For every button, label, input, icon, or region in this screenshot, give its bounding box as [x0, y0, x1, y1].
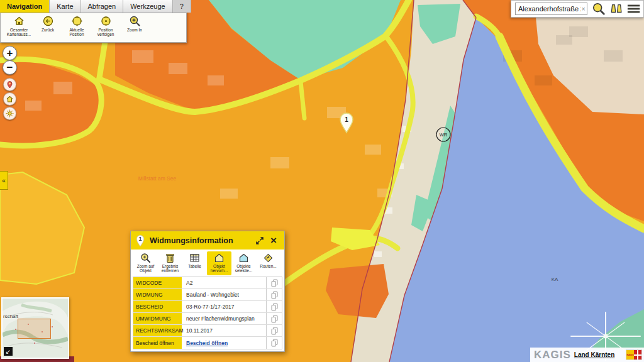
copy-button[interactable] — [266, 289, 282, 300]
table-button[interactable]: Tabelle — [182, 251, 207, 275]
settings-sun-button[interactable] — [3, 107, 16, 120]
table-row: UMWIDMUNG neuer Flächenwidmungsplan — [133, 313, 282, 325]
routes-button[interactable]: Routen... — [256, 251, 280, 275]
overview-minimap[interactable]: rschaft ↙ — [1, 297, 69, 359]
table-row: RECHTSWIRKSAM 10.11.2017 — [133, 325, 282, 337]
search-panel: Alexanderhofstraße 27 × — [511, 0, 644, 18]
attribution-bar: KAGIS Land Kärnten KAGIS — [530, 348, 644, 362]
minimap-extent-rect[interactable] — [18, 319, 51, 339]
tool-label: Zoom In — [127, 28, 142, 32]
row-label: WIDCODE — [133, 277, 182, 288]
clear-search-icon[interactable]: × — [581, 6, 586, 13]
tab-help[interactable]: ? — [173, 0, 191, 13]
back-button[interactable]: Zurück — [33, 15, 62, 42]
home-icon — [13, 15, 25, 27]
tab-karte[interactable]: Karte — [50, 0, 80, 13]
row-value: 10.11.2017 — [182, 325, 266, 336]
popup-tool-label: Zoom auf Objekt — [133, 264, 158, 273]
expand-icon — [255, 236, 264, 245]
copy-icon — [271, 327, 278, 335]
expand-popup-button[interactable] — [254, 235, 265, 246]
menu-tabbar: Navigation Karte Abfragen Werkzeuge ? — [0, 0, 187, 13]
copy-button[interactable] — [266, 277, 282, 288]
tab-werkzeuge[interactable]: Werkzeuge — [123, 0, 172, 13]
attribute-table: WIDCODE A2 WIDMUNG Bauland - Wohngebiet — [133, 277, 282, 349]
minimap-place-label: rschaft — [3, 314, 18, 319]
kagis-brand: KAGIS — [534, 349, 571, 361]
copy-button[interactable] — [266, 301, 282, 312]
search-value: Alexanderhofstraße 27 — [518, 5, 581, 13]
svg-text:1: 1 — [345, 116, 348, 123]
row-value: 03-Ro-77-1/17-2017 — [182, 301, 266, 312]
highlight-object-button[interactable]: Objekt hervorh... — [207, 251, 231, 275]
menu-panel: Navigation Karte Abfragen Werkzeuge ? Ge… — [0, 0, 187, 43]
sun-gear-icon — [6, 109, 14, 118]
remove-result-button[interactable]: Ergebnis entfernen — [158, 251, 182, 275]
full-extent-button[interactable]: Gesamter Kartenauss... — [4, 15, 33, 42]
popup-tool-label: Objekt hervorh... — [207, 264, 231, 273]
zoom-in-button[interactable]: + — [3, 46, 17, 60]
row-value: Bauland - Wohngebiet — [182, 289, 266, 300]
select-objects-button[interactable]: Objekte selektie... — [231, 251, 256, 275]
result-pin-badge: 1 — [135, 234, 145, 247]
row-value: Bescheid öffnen — [182, 337, 266, 349]
svg-text:1: 1 — [138, 236, 142, 242]
popup-title: Widmungsinformation — [150, 236, 254, 245]
popup-tool-label: Routen... — [260, 264, 276, 268]
copy-button[interactable] — [266, 337, 282, 349]
tool-label: Gesamter Kartenauss... — [4, 28, 33, 37]
row-label: UMWIDMUNG — [133, 313, 182, 324]
table-icon — [189, 253, 200, 263]
magnifier-plus-icon — [129, 15, 141, 27]
sidebar-collapse-tab[interactable]: « — [0, 171, 8, 190]
highlight-object-icon — [214, 253, 225, 263]
lake-label: KA — [552, 277, 558, 282]
open-decision-link[interactable]: Bescheid öffnen — [186, 340, 228, 346]
tab-abfragen[interactable]: Abfragen — [81, 0, 124, 13]
track-position-button[interactable]: Position verfolgen — [91, 15, 120, 42]
current-position-button[interactable]: Aktuelle Position — [62, 15, 91, 42]
binoculars-icon[interactable] — [610, 2, 623, 16]
menu-icon[interactable] — [627, 3, 640, 15]
row-value: A2 — [182, 277, 266, 288]
route-icon — [263, 253, 274, 263]
zoom-to-object-button[interactable]: Zoom auf Objekt — [133, 251, 158, 275]
kagis-logo: KAGIS — [626, 349, 642, 360]
menu-toolrow: Gesamter Kartenauss... Zurück Aktuelle P… — [0, 13, 187, 43]
row-label: BESCHEID — [133, 301, 182, 312]
minimap-collapse-button[interactable]: ↙ — [4, 347, 13, 356]
crosshair-icon — [71, 15, 83, 27]
trash-icon — [165, 253, 175, 263]
tab-navigation[interactable]: Navigation — [0, 0, 50, 13]
place-label: Millstatt am See — [138, 175, 177, 182]
tool-label: Zurück — [42, 28, 54, 32]
tool-label: Aktuelle Position — [62, 28, 91, 37]
copy-icon — [271, 315, 278, 323]
row-label: WIDMUNG — [133, 289, 182, 300]
select-objects-icon — [238, 253, 249, 263]
table-row: WIDMUNG Bauland - Wohngebiet — [133, 289, 282, 301]
copy-button[interactable] — [266, 325, 282, 336]
svg-text:WR: WR — [440, 132, 448, 138]
popup-toolbar: Zoom auf Objekt Ergebnis entfernen Tabel… — [131, 250, 284, 275]
map-canvas[interactable]: Millstatt am See KA WR 1 — [0, 0, 644, 362]
zoom-object-icon — [140, 253, 151, 263]
popup-titlebar[interactable]: 1 Widmungsinformation × — [131, 231, 284, 250]
copy-icon — [271, 339, 278, 347]
search-input[interactable]: Alexanderhofstraße 27 × — [515, 3, 587, 15]
back-circle-icon — [42, 15, 54, 27]
land-kaernten-link[interactable]: Land Kärnten — [574, 351, 614, 358]
close-popup-button[interactable]: × — [268, 235, 279, 246]
row-label: Bescheid öffnen — [133, 337, 182, 349]
copy-icon — [271, 291, 278, 299]
popup-tool-label: Tabelle — [188, 264, 201, 268]
location-pin-button[interactable] — [3, 78, 16, 91]
copy-button[interactable] — [266, 313, 282, 324]
home-extent-button[interactable] — [3, 92, 16, 106]
kagis-logo-yellow: KAGIS — [626, 350, 634, 359]
zoom-in-tool-button[interactable]: Zoom In — [120, 15, 149, 42]
zoom-out-button[interactable]: − — [3, 60, 17, 75]
table-row: WIDCODE A2 — [133, 277, 282, 289]
search-icon[interactable] — [592, 1, 606, 16]
location-pin-icon — [6, 80, 14, 89]
